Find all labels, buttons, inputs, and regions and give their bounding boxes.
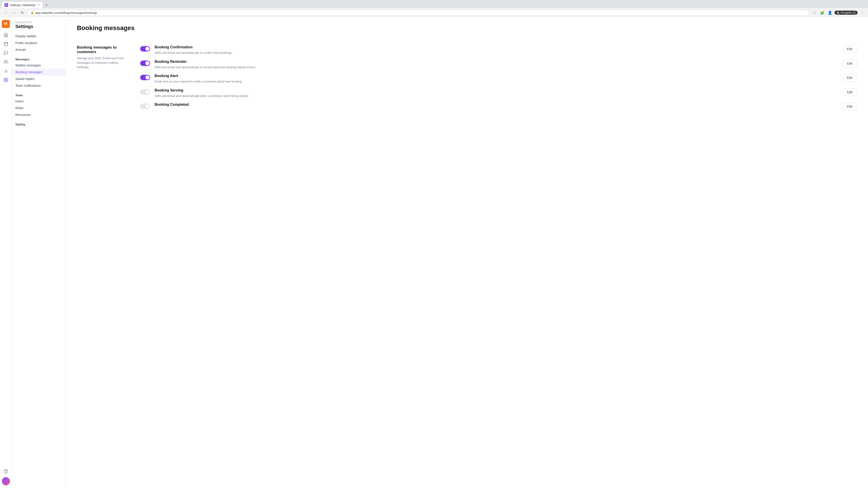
app-container: M Moodjoy7434 Settings (0, 17, 868, 488)
menu-button[interactable]: ⋮ (859, 9, 865, 16)
toggle-confirmation-wrap (140, 45, 150, 52)
chat-icon[interactable] (2, 49, 10, 57)
tab-close-button[interactable]: ✕ (37, 3, 40, 6)
message-card-alert: Booking Alert Email sent on your request… (140, 74, 857, 84)
section-left-col: Booking messages to customers Manage you… (77, 45, 131, 69)
sidebar-item-display-waitlist[interactable]: Display waitlist (12, 33, 66, 39)
message-desc-confirmation: SMS and Email sent automatically to conf… (155, 51, 838, 55)
toggle-serving-wrap (140, 88, 150, 95)
bookmark-button[interactable]: ☆ (811, 9, 818, 16)
toggle-confirmation[interactable] (140, 46, 150, 52)
toggle-reminder[interactable] (140, 61, 150, 66)
settings-icon[interactable] (2, 76, 10, 84)
new-tab-button[interactable]: + (43, 2, 50, 8)
browser-chrome: M Settings | Waitwhile ✕ + ← → ↻ 🔒 app.w… (0, 0, 868, 17)
sidebar-section-team: Team Users Roles Resources (12, 93, 66, 118)
booking-messages-section: Booking messages to customers Manage you… (77, 39, 857, 117)
tab-favicon: M (4, 3, 8, 7)
svg-point-4 (4, 60, 6, 62)
page-title: Booking messages (77, 24, 857, 32)
incognito-icon: 🕵️ (836, 11, 840, 14)
profile-button[interactable]: 👤 (827, 9, 833, 16)
help-icon[interactable] (2, 467, 10, 475)
toggle-serving[interactable] (140, 89, 150, 95)
sidebar-section-styling-label: Styling (12, 122, 66, 127)
toggle-completed[interactable] (140, 103, 150, 109)
section-title: Booking messages to customers (77, 45, 131, 54)
users-icon[interactable] (2, 58, 10, 66)
icon-rail: M (0, 17, 12, 488)
sidebar-item-roles[interactable]: Roles (12, 105, 66, 111)
analytics-icon[interactable] (2, 67, 10, 75)
toggle-alert-wrap (140, 74, 150, 80)
toggle-alert[interactable] (140, 75, 150, 80)
message-desc-serving: SMS and Email sent automatically when a … (155, 94, 838, 98)
sidebar-item-booking-messages[interactable]: Booking messages (12, 69, 66, 75)
sidebar-item-saved-replies[interactable]: Saved replies (12, 75, 66, 82)
sidebar-item-public-locations[interactable]: Public locations (12, 39, 66, 46)
message-info-reminder: Booking Reminder SMS and Email sent auto… (155, 60, 838, 70)
svg-rect-0 (4, 42, 7, 46)
message-title-alert: Booking Alert (155, 74, 838, 78)
sidebar-section-team-label: Team (12, 93, 66, 98)
nav-actions: ☆ 🧩 👤 🕵️ Incognito (2) ⋮ (811, 9, 865, 16)
edit-serving-button[interactable]: Edit (842, 88, 857, 96)
message-title-completed: Booking Completed (155, 103, 838, 107)
sidebar-item-team-notifications[interactable]: Team notifications (12, 82, 66, 89)
extensions-button[interactable]: 🧩 (819, 9, 826, 16)
sidebar: Moodjoy7434 Settings Display waitlist Pu… (12, 17, 66, 488)
message-card-completed: Booking Completed Edit (140, 103, 857, 110)
toggle-completed-wrap (140, 103, 150, 109)
back-button[interactable]: ← (3, 9, 9, 16)
address-bar[interactable]: 🔒 app.waitwhile.com/settings/messages/bo… (27, 10, 810, 15)
main-content: Booking messages Booking messages to cus… (66, 17, 868, 488)
lock-icon: 🔒 (31, 11, 34, 14)
app-logo: M (2, 20, 10, 28)
incognito-badge: 🕵️ Incognito (2) (835, 11, 858, 15)
message-desc-reminder: SMS and Email sent automatically to remi… (155, 65, 838, 70)
message-title-confirmation: Booking Confirmation (155, 45, 838, 49)
toggle-reminder-wrap (140, 60, 150, 66)
tab-bar: M Settings | Waitwhile ✕ + (0, 0, 868, 8)
sidebar-section-messages-label: Messages (12, 57, 66, 62)
message-card-reminder: Booking Reminder SMS and Email sent auto… (140, 60, 857, 70)
sidebar-item-resources[interactable]: Resources (12, 111, 66, 118)
sidebar-item-arrivals[interactable]: Arrivals (12, 46, 66, 53)
message-title-serving: Booking Serving (155, 88, 838, 92)
navigation-bar: ← → ↻ 🔒 app.waitwhile.com/settings/messa… (0, 8, 868, 17)
message-info-confirmation: Booking Confirmation SMS and Email sent … (155, 45, 838, 55)
message-info-completed: Booking Completed (155, 103, 838, 108)
sidebar-title: Settings (16, 24, 62, 29)
message-card-serving: Booking Serving SMS and Email sent autom… (140, 88, 857, 98)
reload-button[interactable]: ↻ (19, 9, 25, 16)
message-info-serving: Booking Serving SMS and Email sent autom… (155, 88, 838, 98)
home-icon[interactable] (2, 31, 10, 39)
user-avatar[interactable] (2, 477, 10, 485)
svg-point-8 (5, 79, 6, 80)
sidebar-username: Moodjoy7434 (16, 21, 62, 24)
message-card-confirmation: Booking Confirmation SMS and Email sent … (140, 45, 857, 55)
sidebar-section-messages: Messages Waitlist messages Booking messa… (12, 57, 66, 89)
tab-title: Settings | Waitwhile (10, 3, 35, 7)
message-info-alert: Booking Alert Email sent on your request… (155, 74, 838, 84)
edit-confirmation-button[interactable]: Edit (842, 45, 857, 53)
sidebar-header: Moodjoy7434 Settings (12, 21, 66, 33)
message-desc-alert: Email sent on your request to notify a c… (155, 79, 838, 84)
sidebar-item-users[interactable]: Users (12, 98, 66, 105)
messages-list: Booking Confirmation SMS and Email sent … (140, 45, 857, 110)
sidebar-section-styling: Styling (12, 122, 66, 127)
edit-completed-button[interactable]: Edit (842, 103, 857, 110)
edit-alert-button[interactable]: Edit (842, 74, 857, 82)
url-text: app.waitwhile.com/settings/messages/book… (35, 11, 806, 14)
incognito-label: Incognito (2) (841, 11, 856, 14)
forward-button[interactable]: → (11, 9, 17, 16)
active-tab[interactable]: M Settings | Waitwhile ✕ (2, 2, 42, 8)
message-title-reminder: Booking Reminder (155, 60, 838, 64)
calendar-icon[interactable] (2, 40, 10, 48)
tab-list: M Settings | Waitwhile ✕ + (2, 2, 866, 8)
sidebar-item-waitlist-messages[interactable]: Waitlist messages (12, 62, 66, 69)
section-description: Manage your SMS, Email and Push messages… (77, 56, 131, 69)
edit-reminder-button[interactable]: Edit (842, 60, 857, 67)
